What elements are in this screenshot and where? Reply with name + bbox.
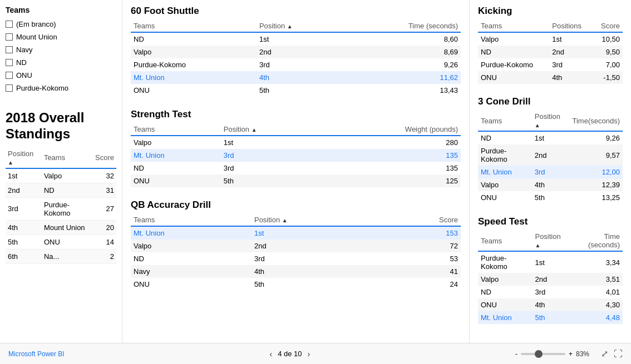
- drill-team: ONU: [131, 174, 221, 187]
- drill-position: 3rd: [549, 58, 592, 71]
- drill-team: Valpo: [478, 273, 532, 286]
- shuttle-col-position[interactable]: Position ▲: [257, 20, 341, 32]
- team-checkbox[interactable]: [6, 72, 13, 79]
- team-filter-item[interactable]: ONU: [6, 70, 116, 81]
- strength-col-teams: Teams: [131, 123, 221, 136]
- team-filter-label: Purdue-Kokomo: [16, 84, 68, 92]
- powerbi-link[interactable]: Microsoft Power BI: [8, 350, 65, 358]
- drill-team: Navy: [131, 265, 252, 278]
- cone-col-time: Time(seconds): [570, 111, 623, 131]
- zoom-slider[interactable]: [521, 353, 565, 355]
- drill-team: Purdue-Kokomo: [478, 251, 532, 273]
- drill-value: 4,01: [570, 286, 623, 298]
- table-row: Purdue-Kokomo 3rd 9,26: [131, 58, 461, 71]
- prev-page-arrow[interactable]: ‹: [269, 350, 272, 358]
- next-page-arrow[interactable]: ›: [308, 350, 310, 358]
- table-row: Valpo 4th 12,39: [478, 178, 623, 191]
- team-filter-item[interactable]: Navy: [6, 44, 116, 55]
- strength-col-position[interactable]: Position ▲: [221, 123, 317, 136]
- drill-team: ND: [131, 252, 252, 265]
- shuttle-table: Teams Position ▲ Time (seconds) ND 1st 8…: [131, 20, 461, 97]
- zoom-control: - + 83%: [515, 350, 595, 358]
- drill-value: 9,26: [341, 58, 461, 71]
- drill-position: 1st: [221, 136, 317, 149]
- drill-position: 3rd: [221, 162, 317, 174]
- drill-team: Valpo: [131, 240, 252, 252]
- drill-position: 3rd: [532, 286, 570, 298]
- speed-table: Teams Position ▲ Time (seconds) Purdue-K…: [478, 231, 623, 324]
- drill-value: 10,50: [593, 32, 623, 46]
- drill-position: 3rd: [532, 166, 570, 178]
- speed-col-time: Time (seconds): [570, 231, 623, 251]
- drill-team: Valpo: [478, 178, 532, 191]
- qb-section: QB Accuracy Drill Teams Position ▲ Score…: [131, 200, 461, 291]
- drill-value: 9,26: [570, 131, 623, 144]
- table-row: ONU 4th 4,30: [478, 298, 623, 311]
- drill-team: Purdue-Kokomo: [478, 144, 532, 166]
- standings-team: Na...: [42, 249, 93, 263]
- cone-col-position[interactable]: Position ▲: [532, 111, 570, 131]
- drill-position: 5th: [532, 191, 570, 204]
- drill-position: 4th: [532, 178, 570, 191]
- team-checkbox[interactable]: [6, 33, 13, 41]
- drill-team: Valpo: [131, 46, 257, 58]
- drill-team: Mt. Union: [131, 71, 257, 84]
- qb-col-position[interactable]: Position ▲: [252, 214, 380, 226]
- table-row: 5th ONU 14: [6, 235, 116, 249]
- team-filter-item[interactable]: Purdue-Kokomo: [6, 83, 116, 93]
- kicking-col-teams: Teams: [478, 20, 549, 32]
- table-row: Valpo 2nd 3,51: [478, 273, 623, 286]
- zoom-percent: 83%: [576, 350, 595, 358]
- team-filter-item[interactable]: ND: [6, 57, 116, 68]
- drill-value: 9,50: [593, 46, 623, 58]
- table-row: 3rd Purdue-Kokomo 27: [6, 197, 116, 220]
- table-row: 2nd ND 31: [6, 183, 116, 197]
- left-panel: Teams (Em branco)Mount UnionNavyNDONUPur…: [0, 0, 122, 343]
- team-checkbox[interactable]: [6, 84, 13, 92]
- drill-value: 12,39: [570, 178, 623, 191]
- drill-value: 7,00: [593, 58, 623, 71]
- kicking-section: Kicking Teams Positions Score Valpo 1st …: [478, 6, 623, 84]
- sort-arrow-strength: ▲: [252, 127, 257, 133]
- kicking-col-positions: Positions: [549, 20, 592, 32]
- table-row: ND 3rd 53: [131, 252, 461, 265]
- filter-title: Teams: [6, 6, 116, 14]
- table-row: ONU 5th 24: [131, 278, 461, 291]
- drill-team: Mt. Union: [478, 166, 532, 178]
- table-row: ND 1st 8,60: [131, 32, 461, 46]
- drill-team: ONU: [478, 191, 532, 204]
- team-checkbox[interactable]: [6, 46, 13, 53]
- drill-position: 5th: [532, 311, 570, 324]
- speed-title: Speed Test: [478, 216, 623, 227]
- drill-team: Valpo: [131, 136, 221, 149]
- drill-value: 12,00: [570, 166, 623, 178]
- table-row: Mt. Union 3rd 135: [131, 149, 461, 162]
- table-row: 1st Valpo 32: [6, 168, 116, 183]
- zoom-plus[interactable]: +: [569, 350, 573, 358]
- standings-col-position[interactable]: Position ▲: [6, 148, 42, 168]
- speed-col-position[interactable]: Position ▲: [532, 231, 570, 251]
- expand-icon[interactable]: ⛶: [614, 349, 623, 359]
- drill-position: 2nd: [549, 46, 592, 58]
- qb-title: QB Accuracy Drill: [131, 200, 461, 211]
- standings-team: ONU: [42, 235, 93, 249]
- strength-title: Strength Test: [131, 109, 461, 120]
- team-filter-item[interactable]: Mount Union: [6, 32, 116, 42]
- drill-value: 8,69: [341, 46, 461, 58]
- standings-position: 6th: [6, 249, 42, 263]
- table-row: Valpo 2nd 72: [131, 240, 461, 252]
- team-checkbox[interactable]: [6, 59, 13, 66]
- drill-position: 4th: [257, 71, 341, 84]
- drill-value: 41: [380, 265, 461, 278]
- team-checkbox[interactable]: [6, 21, 13, 28]
- standings-title: 2018 Overall Standings: [6, 110, 116, 142]
- fullscreen-icon[interactable]: ⤢: [601, 348, 608, 359]
- sort-arrow-speed: ▲: [535, 242, 540, 248]
- drill-position: 3rd: [221, 149, 317, 162]
- team-filter-item[interactable]: (Em branco): [6, 19, 116, 29]
- table-row: Navy 4th 41: [131, 265, 461, 278]
- standings-position: 1st: [6, 168, 42, 183]
- cone-table: Teams Position ▲ Time(seconds) ND 1st 9,…: [478, 111, 623, 204]
- zoom-minus[interactable]: -: [515, 350, 517, 358]
- standings-position: 2nd: [6, 183, 42, 197]
